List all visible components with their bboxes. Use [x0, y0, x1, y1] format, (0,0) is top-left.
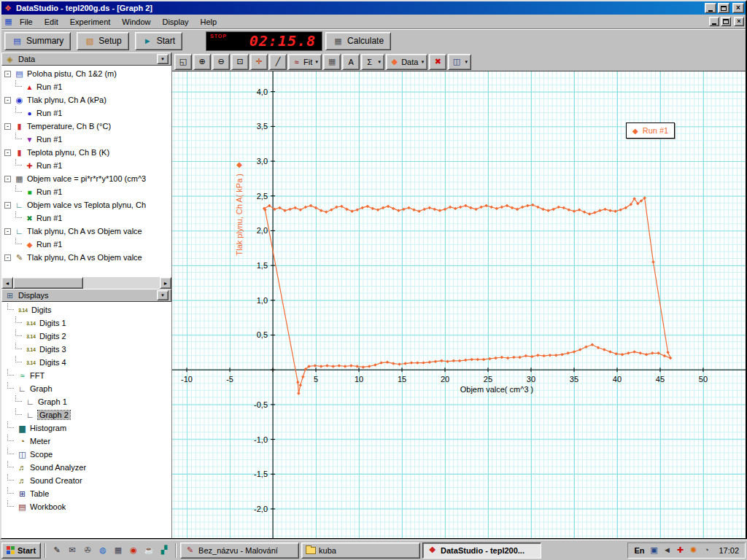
data-tree-hscrollbar[interactable]: ◄ ►	[1, 277, 171, 289]
minimize-button[interactable]	[705, 3, 716, 13]
mdi-restore-button[interactable]	[721, 17, 731, 26]
data-source-item[interactable]: -▮Teplota plynu, Ch B (K)	[1, 146, 171, 159]
data-run-item[interactable]: ◆Run #1	[1, 238, 171, 251]
display-item[interactable]: ⊞Table	[1, 487, 171, 500]
displays-panel-menu-button[interactable]: ▼	[157, 290, 169, 300]
opera-ql-button[interactable]: ◉	[126, 543, 141, 558]
collapse-toggle-icon[interactable]: -	[4, 254, 11, 261]
run-label: Run #1	[36, 240, 62, 249]
data-source-item[interactable]: -▮Temperature, Ch B (°C)	[1, 120, 171, 133]
menu-window[interactable]: Window	[116, 16, 156, 28]
display-item[interactable]: ◫Scope	[1, 448, 171, 461]
pencil-ql-button[interactable]: ✎	[50, 543, 64, 558]
display-child-item[interactable]: ∟Graph 2	[1, 408, 171, 421]
graph-settings-button[interactable]: ◫▼	[448, 54, 471, 70]
collapse-toggle-icon[interactable]: -	[4, 71, 11, 77]
remove-data-button[interactable]: ✖	[429, 54, 446, 70]
zoom-in-button[interactable]: ⊕	[193, 54, 211, 70]
scroll-right-button[interactable]: ►	[160, 277, 171, 289]
maximize-button[interactable]	[718, 3, 729, 13]
start-button[interactable]: Start	[1, 542, 41, 559]
data-run-item[interactable]: ✚Run #1	[1, 159, 171, 172]
document-icon: ▦	[3, 17, 14, 26]
scroll-left-button[interactable]: ◄	[1, 277, 13, 289]
menu-help[interactable]: Help	[195, 16, 223, 28]
data-run-item[interactable]: ▼Run #1	[1, 133, 171, 146]
data-panel-menu-button[interactable]: ▼	[157, 54, 169, 64]
collapse-toggle-icon[interactable]: -	[4, 123, 11, 130]
svg-text:-5: -5	[226, 375, 233, 384]
menu-edit[interactable]: Edit	[39, 16, 64, 28]
display-item[interactable]: 3.14Digits	[1, 303, 171, 316]
summary-button[interactable]: ▤ Summary	[4, 32, 71, 50]
display-child-item[interactable]: 3.14Digits 3	[1, 343, 171, 356]
graph-pane: ◱⊕⊖⊡✛╱≈Fit▼▦AΣ▼◆Data▼✖◫▼ -10-55101520253…	[172, 52, 746, 538]
summary-label: Summary	[26, 36, 63, 46]
setup-button[interactable]: ▧ Setup	[77, 32, 128, 50]
display-item[interactable]: ♬Sound Creator	[1, 474, 171, 487]
smart-tool-button[interactable]: ✛	[250, 54, 268, 70]
display-item[interactable]: ▤Workbook	[1, 500, 171, 513]
collapse-toggle-icon[interactable]: -	[4, 228, 11, 235]
legend[interactable]: ◆ Run #1	[626, 122, 675, 139]
mdi-minimize-button[interactable]	[709, 17, 719, 26]
close-button[interactable]: ×	[732, 3, 744, 13]
mail-ql-button[interactable]: ✉	[65, 543, 80, 558]
data-source-item[interactable]: -◉Tlak plynu, Ch A (kPa)	[1, 93, 171, 106]
display-item[interactable]: ♬Sound Analyzer	[1, 461, 171, 474]
data-source-item[interactable]: -▤Poloha pistu, Ch 1&2 (m)	[1, 67, 171, 80]
zoom-select-button[interactable]: ⊡	[231, 54, 249, 70]
java-ql-button[interactable]: ☕	[142, 543, 156, 558]
digits-icon: 3.14	[17, 308, 29, 313]
menu-experiment[interactable]: Experiment	[64, 16, 117, 28]
collapse-toggle-icon[interactable]: -	[4, 202, 11, 209]
media-ql-button[interactable]: ✇	[80, 543, 95, 558]
play-icon: ►	[142, 36, 153, 45]
svg-text:35: 35	[570, 375, 578, 384]
svg-text:25: 25	[484, 375, 492, 384]
scale-to-fit-button[interactable]: ◱	[174, 54, 192, 70]
menu-file[interactable]: File	[14, 16, 39, 28]
data-source-item[interactable]: -✎Tlak plynu, Ch A vs Objem valce	[1, 251, 171, 264]
menu-display[interactable]: Display	[156, 16, 194, 28]
data-run-item[interactable]: ✖Run #1	[1, 211, 171, 225]
fit-button[interactable]: ≈Fit▼	[288, 54, 322, 70]
scrollbar-thumb[interactable]	[13, 277, 83, 289]
slope-tool-button[interactable]: ╱	[269, 54, 287, 70]
collapse-toggle-icon[interactable]: -	[4, 149, 11, 156]
start-button-experiment[interactable]: ► Start	[135, 32, 182, 50]
data-menu-button[interactable]: ◆Data▼	[386, 54, 427, 70]
task-button[interactable]: kuba	[301, 542, 420, 559]
display-child-item[interactable]: ∟Graph 1	[1, 395, 171, 408]
display-child-item[interactable]: 3.14Digits 4	[1, 356, 171, 369]
display-child-item[interactable]: 3.14Digits 1	[1, 316, 171, 330]
text-tool-button[interactable]: A	[342, 54, 360, 70]
chart-ql-button[interactable]: ▞	[157, 543, 171, 558]
mdi-close-button[interactable]: ×	[734, 17, 744, 26]
calc-ql-button[interactable]: ▦	[111, 543, 125, 558]
data-run-item[interactable]: ■Run #1	[1, 185, 171, 198]
calculate-button[interactable]: ▦ Calculate	[325, 32, 391, 50]
collapse-toggle-icon[interactable]: -	[4, 176, 11, 182]
scrollbar-track[interactable]	[13, 277, 160, 289]
calculator-tool-button[interactable]: ▦	[323, 54, 341, 70]
tree-connector	[15, 185, 22, 192]
task-button[interactable]: ✎Bez_názvu - Malování	[180, 542, 299, 559]
task-button[interactable]: ❖DataStudio - tepl200...	[422, 542, 541, 559]
display-item[interactable]: ∟Graph	[1, 382, 171, 395]
data-source-item[interactable]: -∟Objem valce vs Teplota plynu, Ch	[1, 198, 171, 211]
data-source-item[interactable]: -∟Tlak plynu, Ch A vs Objem valce	[1, 225, 171, 238]
display-item[interactable]: ≈FFT	[1, 369, 171, 382]
display-child-item[interactable]: 3.14Digits 2	[1, 330, 171, 343]
statistics-button[interactable]: Σ▼	[361, 54, 384, 70]
collapse-toggle-icon[interactable]: -	[4, 97, 11, 104]
data-run-item[interactable]: ●Run #1	[1, 106, 171, 120]
language-indicator[interactable]: En	[634, 546, 644, 555]
zoom-out-button[interactable]: ⊖	[212, 54, 230, 70]
data-source-item[interactable]: -▦Objem valce = pi*r*r*y*100 (cm^3	[1, 172, 171, 185]
globe-ql-button[interactable]: ◍	[96, 543, 110, 558]
display-item[interactable]: ◔Meter	[1, 435, 171, 448]
data-run-item[interactable]: ▲Run #1	[1, 80, 171, 93]
display-item[interactable]: ▆Histogram	[1, 421, 171, 435]
plot-area[interactable]: -10-55101520253035404550-2,0-1,5-1,0-0,5…	[172, 71, 746, 538]
